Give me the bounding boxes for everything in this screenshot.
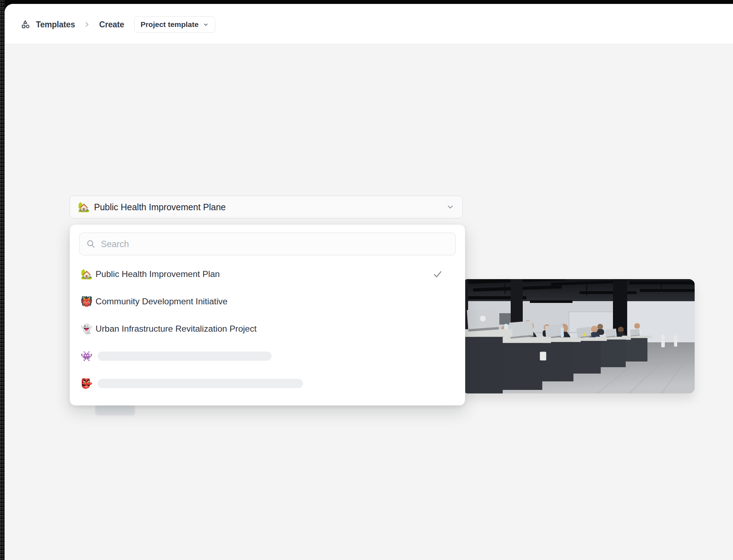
dropdown-option-loading[interactable]: 👾 xyxy=(79,342,456,370)
screen: Templates Create Project template Critic… xyxy=(0,0,733,560)
template-emoji: 🏡 xyxy=(81,268,96,280)
dropdown-option-public-health[interactable]: 🏡 Public Health Improvement Plan xyxy=(79,260,456,288)
template-source-dropdown: 🏡 Public Health Improvement Plan 👹 Commu… xyxy=(70,224,465,406)
template-type-selector[interactable]: Project template xyxy=(134,16,215,33)
template-source-select[interactable]: 🏡 Public Health Improvement Plane xyxy=(70,196,463,218)
template-emoji: 👾 xyxy=(81,350,96,362)
dropdown-search[interactable] xyxy=(79,233,456,255)
templates-shapes-icon xyxy=(20,19,31,30)
dropdown-option-urban-infra[interactable]: 👻 Urban Infrastructure Revitalization Pr… xyxy=(79,315,456,342)
office-photo xyxy=(462,279,695,393)
template-emoji: 👻 xyxy=(81,323,96,335)
chevron-right-icon xyxy=(83,21,91,28)
chevron-down-icon xyxy=(446,203,455,211)
template-type-label: Project template xyxy=(141,20,199,29)
dropdown-options: 🏡 Public Health Improvement Plan 👹 Commu… xyxy=(79,260,456,397)
template-emoji: 👺 xyxy=(81,378,96,389)
background-element xyxy=(95,404,135,415)
breadcrumb: Templates Create Project template xyxy=(20,16,215,33)
dropdown-option-community-dev[interactable]: 👹 Community Development Initiative xyxy=(79,288,456,315)
breadcrumb-create: Create xyxy=(99,20,124,29)
chevron-down-icon xyxy=(203,22,209,28)
screen-edge-top xyxy=(0,0,733,4)
selected-template-name: Public Health Improvement Plane xyxy=(94,202,446,212)
dropdown-option-loading[interactable]: 👺 xyxy=(79,370,456,397)
selected-template-emoji: 🏡 xyxy=(78,201,90,213)
check-icon xyxy=(432,269,443,279)
breadcrumb-templates[interactable]: Templates xyxy=(36,20,75,29)
search-input[interactable] xyxy=(101,239,449,249)
screen-edge-left xyxy=(0,0,5,560)
loading-skeleton xyxy=(98,352,272,361)
search-icon xyxy=(86,239,96,249)
template-emoji: 👹 xyxy=(81,296,96,307)
loading-skeleton xyxy=(98,379,303,388)
